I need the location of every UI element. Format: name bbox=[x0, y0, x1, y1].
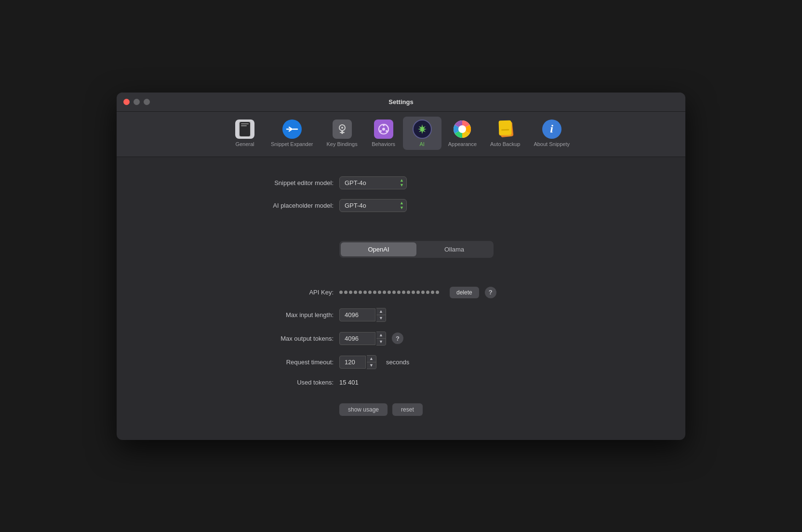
max-output-down-button[interactable]: ▼ bbox=[376, 339, 386, 345]
color-wheel-svg bbox=[453, 120, 472, 139]
tab-auto-backup[interactable]: Auto Backup bbox=[483, 117, 527, 150]
ai-placeholder-row: AI placeholder model: GPT-4o GPT-4 GPT-3… bbox=[237, 199, 565, 212]
key-bindings-icon-svg bbox=[335, 122, 349, 136]
dot bbox=[436, 291, 439, 294]
titlebar: Settings bbox=[117, 93, 685, 112]
ai-placeholder-select-wrapper: GPT-4o GPT-4 GPT-3.5 Turbo ▲ ▼ bbox=[339, 199, 407, 212]
tab-ai-label: AI bbox=[419, 141, 424, 147]
ai-placeholder-select[interactable]: GPT-4o GPT-4 GPT-3.5 Turbo bbox=[339, 199, 407, 212]
max-output-label: Max output tokens: bbox=[237, 335, 334, 342]
tab-general-label: General bbox=[235, 141, 254, 147]
auto-backup-icon bbox=[495, 120, 515, 139]
max-input-up-button[interactable]: ▲ bbox=[376, 308, 386, 315]
tab-key-bindings-label: Key Bindings bbox=[326, 141, 357, 147]
ai-placeholder-label: AI placeholder model: bbox=[237, 202, 334, 209]
max-input-down-button[interactable]: ▼ bbox=[376, 315, 386, 321]
dot bbox=[373, 291, 376, 294]
reset-button[interactable]: reset bbox=[392, 403, 423, 416]
toolbar: General Snippet Expander bbox=[117, 112, 685, 157]
tab-appearance[interactable]: Appearance bbox=[441, 117, 483, 150]
provider-segmented-control: OpenAI Ollama bbox=[339, 241, 494, 258]
snippet-editor-row: Snippet editor model: GPT-4o GPT-4 GPT-3… bbox=[237, 176, 565, 189]
minimize-button[interactable] bbox=[134, 99, 140, 105]
max-output-stepper: ▲ ▼ bbox=[339, 332, 386, 346]
seconds-label: seconds bbox=[386, 359, 409, 366]
close-button[interactable] bbox=[123, 99, 130, 105]
key-bindings-icon bbox=[333, 120, 352, 139]
form-section: Snippet editor model: GPT-4o GPT-4 GPT-3… bbox=[237, 176, 565, 416]
tab-general[interactable]: General bbox=[226, 117, 264, 150]
used-tokens-label: Used tokens: bbox=[237, 379, 334, 386]
timeout-row: Request timeout: ▲ ▼ seconds bbox=[237, 355, 565, 369]
dot bbox=[354, 291, 357, 294]
general-icon bbox=[235, 120, 254, 139]
behaviors-icon bbox=[374, 120, 393, 139]
dot bbox=[416, 291, 420, 294]
tab-snippet-expander[interactable]: Snippet Expander bbox=[264, 117, 320, 150]
tab-appearance-label: Appearance bbox=[448, 141, 477, 147]
dot bbox=[368, 291, 372, 294]
window-title: Settings bbox=[388, 98, 413, 106]
behaviors-icon-svg bbox=[377, 123, 390, 135]
api-key-row: API Key: bbox=[237, 287, 565, 298]
ai-icon bbox=[413, 120, 432, 139]
svg-point-11 bbox=[382, 128, 385, 131]
svg-point-13 bbox=[386, 130, 388, 132]
svg-rect-1 bbox=[241, 123, 249, 124]
general-icon-svg bbox=[238, 121, 252, 137]
dot bbox=[431, 291, 434, 294]
max-output-field[interactable] bbox=[339, 332, 375, 345]
svg-point-12 bbox=[383, 124, 385, 126]
dot bbox=[383, 291, 386, 294]
tab-key-bindings[interactable]: Key Bindings bbox=[320, 117, 364, 150]
max-output-row: Max output tokens: ▲ ▼ ? bbox=[237, 332, 565, 346]
max-input-field[interactable] bbox=[339, 308, 375, 321]
max-output-stepper-buttons: ▲ ▼ bbox=[376, 332, 386, 346]
timeout-down-button[interactable]: ▼ bbox=[367, 362, 376, 369]
timeout-stepper-buttons: ▲ ▼ bbox=[367, 355, 376, 369]
max-input-stepper-buttons: ▲ ▼ bbox=[376, 308, 386, 322]
tab-ai[interactable]: AI bbox=[403, 117, 441, 150]
max-output-help-button[interactable]: ? bbox=[392, 332, 403, 344]
maximize-button[interactable] bbox=[144, 99, 150, 105]
snippet-editor-select[interactable]: GPT-4o GPT-4 GPT-3.5 Turbo bbox=[339, 176, 407, 189]
dot bbox=[426, 291, 429, 294]
api-key-help-button[interactable]: ? bbox=[485, 287, 496, 298]
tab-about-snippety-label: About Snippety bbox=[534, 141, 570, 147]
used-tokens-row: Used tokens: 15 401 bbox=[237, 379, 565, 386]
show-usage-button[interactable]: show usage bbox=[339, 403, 388, 416]
svg-point-14 bbox=[380, 130, 382, 132]
dot bbox=[349, 291, 352, 294]
dot bbox=[359, 291, 362, 294]
delete-api-key-button[interactable]: delete bbox=[450, 287, 479, 298]
max-output-up-button[interactable]: ▲ bbox=[376, 332, 386, 339]
ai-icon-svg bbox=[416, 123, 428, 135]
svg-rect-9 bbox=[340, 132, 345, 133]
traffic-lights bbox=[123, 99, 150, 105]
dot bbox=[378, 291, 381, 294]
tab-behaviors-label: Behaviors bbox=[372, 141, 395, 147]
content-area: Snippet editor model: GPT-4o GPT-4 GPT-3… bbox=[117, 157, 685, 440]
timeout-up-button[interactable]: ▲ bbox=[367, 356, 376, 362]
dot bbox=[392, 291, 396, 294]
svg-rect-2 bbox=[241, 125, 247, 126]
settings-window: Settings General bbox=[117, 93, 685, 440]
appearance-icon bbox=[453, 120, 472, 139]
segment-openai[interactable]: OpenAI bbox=[341, 242, 416, 256]
tab-behaviors[interactable]: Behaviors bbox=[364, 117, 403, 150]
max-input-label: Max input length: bbox=[237, 311, 334, 319]
tab-snippet-expander-label: Snippet Expander bbox=[271, 141, 313, 147]
dot bbox=[421, 291, 425, 294]
tab-about-snippety[interactable]: i About Snippety bbox=[527, 117, 576, 150]
segment-ollama[interactable]: Ollama bbox=[416, 242, 492, 256]
used-tokens-value: 15 401 bbox=[339, 379, 359, 386]
max-input-row: Max input length: ▲ ▼ bbox=[237, 308, 565, 322]
timeout-field[interactable] bbox=[339, 356, 366, 369]
tab-auto-backup-label: Auto Backup bbox=[490, 141, 520, 147]
dot bbox=[339, 291, 343, 294]
dot bbox=[363, 291, 367, 294]
snippet-expander-icon-svg bbox=[286, 125, 298, 133]
timeout-label: Request timeout: bbox=[237, 359, 334, 366]
snippet-expander-icon bbox=[282, 120, 302, 139]
dot bbox=[412, 291, 415, 294]
